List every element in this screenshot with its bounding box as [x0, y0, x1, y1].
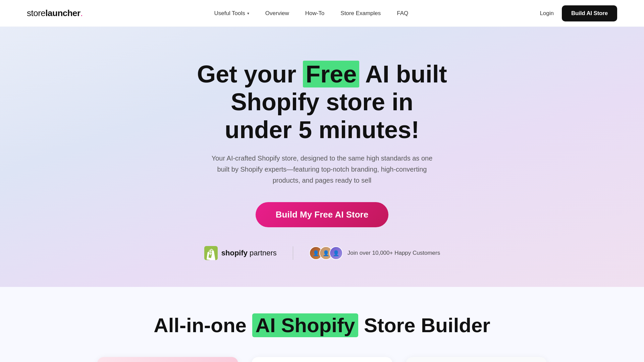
nav-link-store-examples[interactable]: Store Examples	[340, 10, 381, 16]
customers-section: 👤 👤 👤 Join over 10,000+ Happy Customers	[309, 246, 440, 260]
nav-link-useful-tools[interactable]: Useful Tools ▾	[214, 10, 249, 17]
hero-subtitle: Your AI-crafted Shopify store, designed …	[208, 153, 436, 186]
logo-dot: .	[80, 8, 83, 18]
svg-rect-0	[204, 246, 218, 260]
shopify-bold-label: shopify	[221, 249, 248, 257]
build-ai-store-button[interactable]: Build AI Store	[562, 5, 617, 21]
product-card	[97, 357, 238, 362]
avatar: 👤	[329, 246, 343, 260]
logo[interactable]: storelauncher.	[27, 8, 83, 18]
social-proof-divider	[293, 246, 293, 260]
shopify-bag-icon	[204, 246, 218, 260]
nav-right: Login Build AI Store	[540, 5, 617, 21]
chevron-down-icon: ▾	[247, 11, 249, 16]
nav-item-how-to[interactable]: How-To	[305, 10, 325, 17]
login-link[interactable]: Login	[540, 10, 554, 17]
shopify-partners-label: partners	[248, 249, 277, 257]
shopify-ui-card: to smooth your curves and enhance your s…	[252, 357, 392, 362]
section2-title: All-in-one AI Shopify Store Builder	[154, 314, 490, 337]
nav-links: Useful Tools ▾ Overview How-To Store Exa…	[214, 10, 409, 17]
nav-link-how-to[interactable]: How-To	[305, 10, 325, 16]
hero-title-pre: Get your	[197, 61, 296, 87]
logo-prefix: store	[27, 8, 45, 18]
build-free-store-button[interactable]: Build My Free AI Store	[256, 202, 388, 227]
section2-title-pre: All-in-one	[154, 314, 247, 337]
avatar-group: 👤 👤 👤	[309, 246, 343, 260]
nav-link-faq[interactable]: FAQ	[397, 10, 408, 16]
hero-title-highlight: Free	[303, 61, 359, 87]
section2-title-post: Store Builder	[364, 314, 490, 337]
social-proof: shopify partners 👤 👤 👤 Join over 10,000+…	[204, 246, 440, 260]
nav-item-store-examples[interactable]: Store Examples	[340, 10, 381, 17]
hero-title: Get your Free AI built Shopify store inu…	[171, 60, 473, 143]
nav-item-overview[interactable]: Overview	[265, 10, 289, 17]
nav-item-faq[interactable]: FAQ	[397, 10, 408, 17]
shopify-partners-badge: shopify partners	[204, 246, 277, 260]
product-image-placeholder	[97, 357, 238, 362]
section2: All-in-one AI Shopify Store Builder	[0, 287, 644, 362]
nav-label-useful-tools: Useful Tools	[214, 10, 245, 17]
customers-text: Join over 10,000+ Happy Customers	[347, 250, 440, 256]
cards-row: to smooth your curves and enhance your s…	[67, 357, 577, 362]
navbar: storelauncher. Useful Tools ▾ Overview H…	[0, 0, 644, 27]
nav-item-useful-tools[interactable]: Useful Tools ▾	[214, 10, 249, 17]
section2-title-highlight: AI Shopify	[252, 313, 359, 337]
nav-link-overview[interactable]: Overview	[265, 10, 289, 16]
logo-suffix: launcher	[45, 8, 80, 18]
hero-section: Get your Free AI built Shopify store inu…	[0, 27, 644, 287]
builder-ui-card: Logo Text Craftology. Font Style Inter ▾	[406, 357, 547, 362]
shopify-partners-text: shopify partners	[221, 249, 277, 257]
